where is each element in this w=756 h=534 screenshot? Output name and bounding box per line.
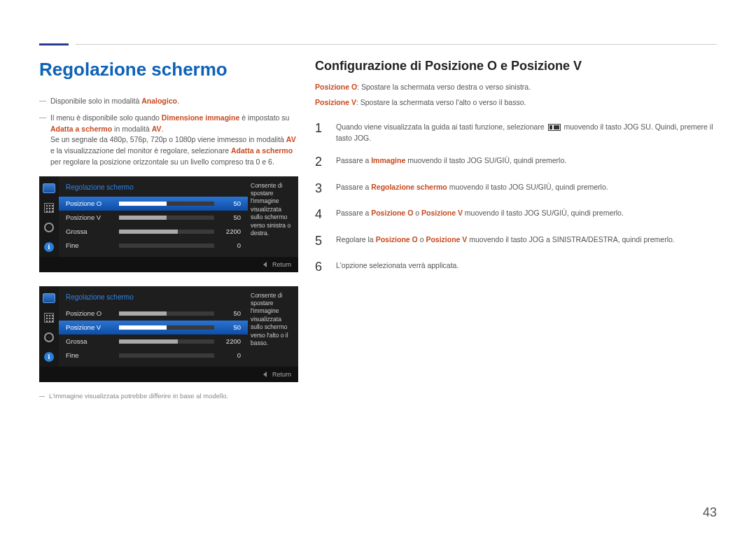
step-6: 6 L'opzione selezionata verrà applicata. <box>315 254 717 281</box>
step-mid: o <box>413 209 421 217</box>
note-1-text: Disponibile solo in modalità <box>50 97 141 105</box>
step-hl: Posizione O <box>376 235 418 244</box>
pos-o-desc: Posizione O: Spostare la schermata verso… <box>315 82 717 93</box>
step-2: 2 Passare a Immagine muovendo il tasto J… <box>315 149 717 176</box>
page-number: 43 <box>703 505 717 520</box>
osd-slider <box>119 339 214 344</box>
step-hl: Regolazione schermo <box>371 183 447 191</box>
osd-row-label: Posizione V <box>66 323 113 331</box>
osd-row-value: 50 <box>220 213 241 221</box>
step-post: muovendo il tasto JOG SU/GIÙ, quindi pre… <box>405 156 566 164</box>
osd-slider <box>119 230 214 234</box>
step-text: Regolare la Posizione O o Posizione V mu… <box>336 234 717 245</box>
grid-icon <box>44 203 54 213</box>
gear-icon <box>44 332 54 342</box>
step-pre: Quando viene visualizzata la guida ai ta… <box>336 122 547 131</box>
osd-row-grossa[interactable]: Grossa 2200 <box>59 225 248 239</box>
left-arrow-icon <box>263 262 267 267</box>
step-pre: Passare a <box>336 209 371 217</box>
step-number: 3 <box>315 181 326 197</box>
osd-footer: Return <box>39 257 298 272</box>
pos-o-text: : Spostare la schermata verso destra o v… <box>357 83 531 91</box>
step-pre: L'opzione selezionata verrà applicata. <box>336 261 458 269</box>
osd-return-label: Return <box>272 371 291 378</box>
step-pre: Passare a <box>336 156 371 164</box>
step-pre: Passare a <box>336 183 371 191</box>
step-post: muovendo il tasto JOG a SINISTRA/DESTRA,… <box>467 235 674 244</box>
osd-slider <box>119 325 214 330</box>
osd-slider <box>119 353 214 358</box>
note-2-line2hl: AV <box>286 135 296 143</box>
osd-row-label: Grossa <box>66 227 113 235</box>
osd-preview-2: i Regolazione schermo Posizione O 50 Pos… <box>39 286 298 382</box>
step-number: 2 <box>315 155 326 170</box>
note-2-line2a: Se un segnale da 480p, 576p, 720p o 1080… <box>50 135 286 143</box>
osd-sidebar: i <box>39 286 59 367</box>
osd-row-value: 50 <box>220 309 241 317</box>
pos-v-label: Posizione V <box>315 98 356 106</box>
osd-row-fine[interactable]: Fine 0 <box>59 349 248 363</box>
note-2-b: è impostato su <box>239 113 289 122</box>
osd-row-label: Posizione O <box>66 199 113 207</box>
pos-v-text: : Spostare la schermata verso l'alto o v… <box>356 98 526 106</box>
step-number: 4 <box>315 207 326 223</box>
grid-icon <box>44 313 54 323</box>
left-arrow-icon <box>263 372 267 377</box>
step-post: muovendo il tasto JOG SU/GIÙ, quindi pre… <box>463 209 624 217</box>
osd-row-grossa[interactable]: Grossa 2200 <box>59 335 248 349</box>
osd-menu-title: Regolazione schermo <box>59 181 248 197</box>
osd-row-label: Posizione O <box>66 309 113 317</box>
osd-row-posizione-o[interactable]: Posizione O 50 <box>59 197 248 211</box>
osd-slider <box>119 216 214 220</box>
step-pre: Regolare la <box>336 235 376 244</box>
step-text: Quando viene visualizzata la guida ai ta… <box>336 121 717 144</box>
step-hl: Immagine <box>371 156 405 164</box>
osd-row-value: 0 <box>220 351 241 359</box>
step-number: 1 <box>315 121 326 136</box>
pos-o-label: Posizione O <box>315 83 357 91</box>
osd-row-value: 50 <box>220 199 241 207</box>
menu-icon <box>548 124 561 131</box>
osd-menu-title: Regolazione schermo <box>59 290 248 307</box>
step-text: Passare a Posizione O o Posizione V muov… <box>336 207 717 218</box>
screen-icon <box>43 293 55 303</box>
osd-slider <box>119 311 214 316</box>
note-2-line2hl2: Adatta a schermo <box>231 146 293 155</box>
step-1: 1 Quando viene visualizzata la guida ai … <box>315 115 717 150</box>
step-text: Passare a Regolazione schermo muovendo i… <box>336 181 717 192</box>
note-2-line2c: per regolare la posizione orizzontale su… <box>50 157 274 166</box>
gear-icon <box>44 223 54 232</box>
step-post: muovendo il tasto JOG SU/GIÙ, quindi pre… <box>447 183 608 191</box>
osd-row-value: 0 <box>220 241 241 249</box>
step-number: 6 <box>315 260 326 275</box>
note-1-highlight: Analogico <box>141 97 177 105</box>
osd-row-posizione-v[interactable]: Posizione V 50 <box>59 321 248 335</box>
subsection-title: Configurazione di Posizione O e Posizion… <box>315 59 717 73</box>
step-mid: o <box>418 235 426 244</box>
image-disclaimer: L'immagine visualizzata potrebbe differi… <box>39 392 298 400</box>
osd-row-posizione-o[interactable]: Posizione O 50 <box>59 307 248 321</box>
step-text: Passare a Immagine muovendo il tasto JOG… <box>336 155 717 166</box>
dash-icon <box>39 101 46 101</box>
section-title: Regolazione schermo <box>39 59 298 80</box>
osd-row-label: Fine <box>66 351 113 359</box>
osd-row-label: Grossa <box>66 337 113 345</box>
note-2-hl1: Dimensione immagine <box>162 113 239 122</box>
note-2-hl2: Adatta a schermo <box>50 125 112 133</box>
note-2-hl3: AV <box>152 125 162 133</box>
osd-row-posizione-v[interactable]: Posizione V 50 <box>59 211 248 225</box>
note-2-d: . <box>162 125 164 133</box>
osd-row-fine[interactable]: Fine 0 <box>59 239 248 253</box>
step-4: 4 Passare a Posizione O o Posizione V mu… <box>315 202 717 228</box>
osd-slider <box>119 244 214 248</box>
info-icon: i <box>44 242 54 252</box>
step-hl: Posizione O <box>371 209 413 217</box>
step-text: L'opzione selezionata verrà applicata. <box>336 260 717 271</box>
osd-row-label: Fine <box>66 241 113 249</box>
step-hl2: Posizione V <box>421 209 463 217</box>
step-5: 5 Regolare la Posizione O o Posizione V … <box>315 228 717 255</box>
osd-sidebar: i <box>39 176 59 257</box>
osd-description: Consente di spostare l'immagine visualiz… <box>248 176 298 257</box>
screen-icon <box>43 183 55 193</box>
osd-footer: Return <box>39 367 298 382</box>
